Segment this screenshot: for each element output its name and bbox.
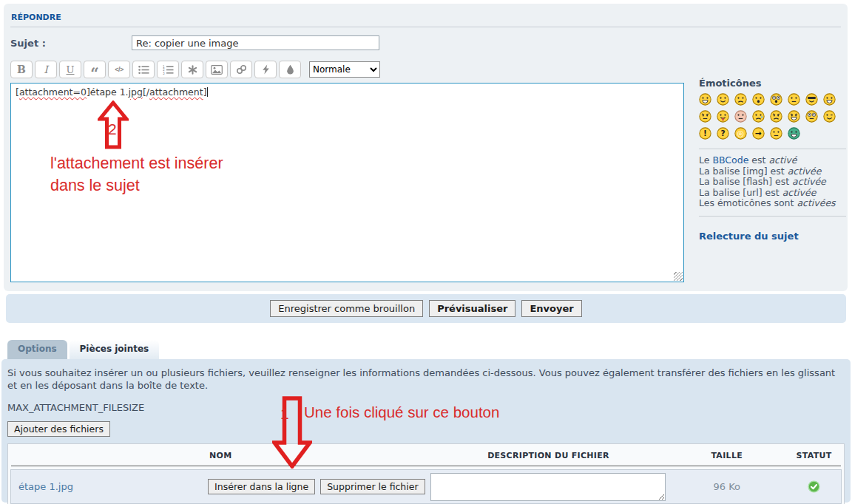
bbcode-status-line: Le BBCode est activé [699,155,846,166]
emoticon-razz[interactable] [717,110,729,123]
svg-text:→: → [755,129,762,138]
format-select[interactable]: Normale [309,61,380,78]
svg-text:?: ? [720,129,725,138]
divider [699,216,846,217]
attachment-tabs: OptionsPièces jointes [7,340,159,359]
message-text: attachment [149,86,203,98]
message-text: [/ [143,86,149,98]
font-colour-button[interactable] [279,61,301,78]
add-files-button[interactable]: Ajouter des fichiers [7,421,110,437]
column-header-status: STATUT [787,451,841,460]
message-body-textarea[interactable]: [attachment=0]étape 1.jpg[/attachment] 2… [10,83,684,282]
underline-button[interactable]: U [59,61,81,78]
svg-text:◎: ◎ [737,129,744,138]
emoticon-neutral[interactable] [770,127,782,140]
bbcode-status-line: La balise [url] est activée [699,188,846,199]
delete-file-button[interactable]: Supprimer le fichier [320,479,425,494]
column-header-description: DESCRIPTION DU FICHIER [430,451,667,460]
bbcode-status-line: Les émoticônes sont activées [699,198,846,209]
attachments-table: NOM DESCRIPTION DU FICHIER TAILLE STATUT… [7,443,845,504]
list-item-button[interactable] [181,61,203,78]
emoticon-exclamation[interactable]: ! [699,127,711,140]
attachments-intro-text: Si vous souhaitez insérer un ou plusieur… [7,367,845,392]
message-text: jpg [129,86,143,98]
tab-pi-ces-jointes[interactable]: Pièces jointes [70,340,160,359]
column-header-size: TAILLE [666,451,787,460]
emoticon-question[interactable]: ? [717,127,729,140]
bbcode-toolbar: BIU“</>123 Normale [10,61,684,78]
attachments-table-header: NOM DESCRIPTION DU FICHIER TAILLE STATUT [11,446,841,466]
svg-text:!: ! [703,129,707,138]
attachment-file-link[interactable]: étape 1.jpg [18,481,73,492]
emoticon-wink[interactable] [823,110,836,123]
actions-band: Enregistrer comme brouillon Prévisualise… [6,294,846,323]
emoticon-idea[interactable]: ◎ [734,127,747,140]
textarea-resize-handle[interactable] [674,272,683,281]
svg-text:3: 3 [163,71,165,74]
bbcode-status-line: La balise [flash] est activée [699,177,846,188]
insert-inline-button[interactable]: Insérer dans la ligne [208,479,315,494]
emoticon-very-happy[interactable] [699,93,711,106]
insert-link-button[interactable] [230,61,252,78]
annotation-step2-number: 2 [108,120,117,138]
preview-button[interactable]: Prévisualiser [429,300,515,317]
emoticon-evil[interactable] [770,110,782,123]
subject-input[interactable] [132,35,379,50]
emoticon-arrow[interactable]: → [752,127,765,140]
emoticons-title: Émoticônes [699,78,846,89]
attachment-size: 96 Ko [666,481,787,492]
ordered-list-button[interactable]: 123 [157,61,179,78]
emoticon-laughing[interactable] [823,93,836,106]
bbcode-status-line: La balise [img] est activée [699,166,846,177]
attachment-row: étape 1.jpg Insérer dans la ligne Suppri… [10,469,842,504]
divider [699,149,846,149]
unordered-list-button[interactable] [132,61,155,78]
message-text: ]étape 1. [87,86,129,98]
emoticon-twisted-evil[interactable] [788,110,800,123]
max-filesize-label: MAX_ATTACHMENT_FILESIZE [7,402,845,413]
attachments-panel: Si vous souhaitez insérer un ou plusieur… [1,359,851,503]
submit-button[interactable]: Envoyer [521,300,581,317]
emoticon-embarrassed[interactable] [734,110,747,123]
reply-form-panel: RÉPONDRE Sujet : BIU“</>123 Normale [att… [4,4,848,291]
bbcode-status-list: Le BBCode est activéLa balise [img] est … [699,155,846,209]
column-header-name: NOM [11,451,430,460]
section-title: RÉPONDRE [10,9,841,27]
bold-button[interactable]: B [10,61,33,78]
emoticons-grid: !?◎→ [699,93,846,144]
status-ok-icon [808,480,820,491]
insert-image-button[interactable] [206,61,228,78]
insert-flash-button[interactable] [254,61,277,78]
emoticon-mad[interactable] [699,110,711,123]
code-button[interactable]: </> [108,61,130,78]
message-text: attachment=0 [19,86,87,98]
emoticon-rolling-eyes[interactable] [805,110,818,123]
subject-label: Sujet : [10,38,132,49]
tab-options[interactable]: Options [7,340,67,359]
topic-review-link[interactable]: Relecture du sujet [699,231,799,242]
annotation-step2-text: l'attachement est insérer dans le sujet [50,152,257,197]
emoticon-confused[interactable] [788,93,800,106]
emoticon-cool[interactable] [805,93,818,106]
emoticon-surprised[interactable] [752,93,765,106]
file-description-input[interactable] [430,473,666,501]
quote-button[interactable]: “ [84,61,106,78]
italic-button[interactable]: I [35,61,57,78]
emoticon-sad[interactable] [734,93,747,106]
annotation-up-arrow-icon [98,101,129,149]
emoticon-shocked[interactable] [770,93,782,106]
save-draft-button[interactable]: Enregistrer comme brouillon [270,300,423,317]
emoticon-crying[interactable] [752,110,765,123]
bbcode-faq-link[interactable]: BBCode [712,154,748,166]
text-cursor [207,87,208,97]
emoticon-mr-green[interactable] [788,127,800,140]
emoticon-smile[interactable] [717,93,729,106]
